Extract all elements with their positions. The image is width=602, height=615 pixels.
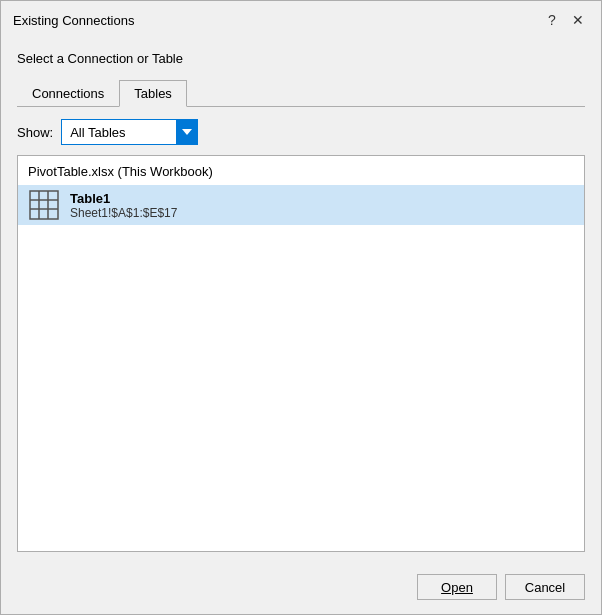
cancel-button[interactable]: Cancel [505, 574, 585, 600]
tab-connections[interactable]: Connections [17, 80, 119, 107]
table-info: Table1 Sheet1!$A$1:$E$17 [70, 191, 177, 220]
dialog-footer: Open Cancel [1, 564, 601, 614]
show-label: Show: [17, 125, 53, 140]
show-row: Show: All Tables This Workbook All Conne… [17, 119, 585, 145]
open-button[interactable]: Open [417, 574, 497, 600]
title-bar: Existing Connections ? ✕ [1, 1, 601, 37]
dialog-content: Select a Connection or Table Connections… [1, 37, 601, 564]
table-icon [28, 189, 60, 221]
close-button[interactable]: ✕ [567, 9, 589, 31]
title-bar-buttons: ? ✕ [541, 9, 589, 31]
tabs-row: Connections Tables [17, 80, 585, 107]
group-header: PivotTable.xlsx (This Workbook) [18, 156, 584, 185]
subtitle: Select a Connection or Table [17, 51, 585, 66]
table-item[interactable]: Table1 Sheet1!$A$1:$E$17 [18, 185, 584, 225]
help-button[interactable]: ? [541, 9, 563, 31]
show-select-wrapper: All Tables This Workbook All Connections [61, 119, 198, 145]
table-name: Table1 [70, 191, 177, 206]
existing-connections-dialog: Existing Connections ? ✕ Select a Connec… [0, 0, 602, 615]
table-range: Sheet1!$A$1:$E$17 [70, 206, 177, 220]
svg-rect-0 [30, 191, 58, 219]
show-select[interactable]: All Tables This Workbook All Connections [61, 119, 176, 145]
dropdown-arrow[interactable] [176, 119, 198, 145]
tab-tables[interactable]: Tables [119, 80, 187, 107]
table-list-container: PivotTable.xlsx (This Workbook) Table1 S… [17, 155, 585, 552]
dialog-title: Existing Connections [13, 13, 134, 28]
